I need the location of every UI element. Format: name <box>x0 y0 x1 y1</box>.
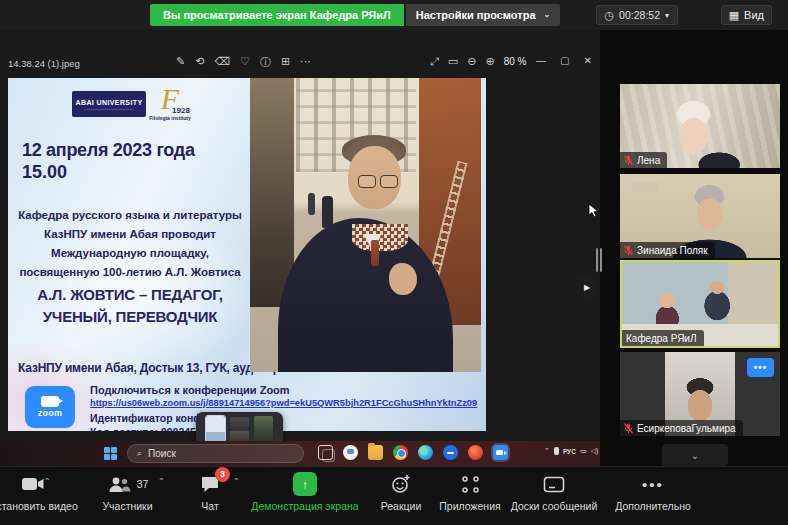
task-view-icon[interactable] <box>318 445 333 460</box>
event-date: 12 апреля 2023 года <box>22 140 195 161</box>
speaker-icon: ◁) <box>591 447 599 455</box>
file-explorer-icon[interactable] <box>368 445 383 460</box>
participant-tile-active-speaker[interactable]: Кафедра РЯиЛ <box>620 260 780 348</box>
fit-to-window-icon[interactable]: ▭ <box>448 55 458 68</box>
participant-name-label: Кафедра РЯиЛ <box>622 330 704 346</box>
zoom-in-icon[interactable]: ⊕ <box>485 55 494 68</box>
event-description: Кафедра русского языка и литературы КазН… <box>8 206 252 282</box>
participants-sidebar: Лена Зинаида Поляк Кафедра РЯиЛ ••• Есир… <box>600 30 788 466</box>
participant-name-label: ЕсиркеповаГульмира <box>620 420 743 436</box>
participant-tile[interactable]: Зинаида Поляк <box>620 174 780 258</box>
event-poster-image: ABAI UNIVERSITY ______________________ F… <box>8 78 486 431</box>
apps-icon <box>461 475 480 494</box>
search-icon: ⌕ <box>137 448 142 459</box>
chat-button[interactable]: 3 Чат <box>180 473 240 512</box>
sidebar-resize-handle[interactable] <box>596 248 603 272</box>
mic-muted-icon <box>624 155 633 166</box>
orange-app-icon[interactable] <box>468 445 483 460</box>
share-screen-button[interactable]: ↑ Демонстрация экрана <box>240 473 370 512</box>
event-title: А.Л. ЖОВТИС – ПЕДАГОГ, УЧЕНЫЙ, ПЕРЕВОДЧИ… <box>8 284 252 328</box>
zoom-logo: zoom <box>25 386 75 428</box>
tray-mic-icon <box>554 447 559 455</box>
more-icon[interactable]: ⋯ <box>300 55 311 70</box>
video-options-chevron[interactable]: ⌃ <box>44 477 51 486</box>
filmstrip-thumbnail-selected[interactable] <box>206 416 225 442</box>
search-placeholder: Поиск <box>148 448 176 459</box>
viewing-screen-banner: Вы просматриваете экран Кафедра РЯиЛ <box>150 4 404 26</box>
scroll-participants-button[interactable]: ⌄ <box>662 444 728 466</box>
video-camera-icon <box>21 476 45 492</box>
close-icon[interactable]: ✕ <box>583 55 591 66</box>
camera-icon <box>41 396 59 407</box>
abai-university-logo: ABAI UNIVERSITY ______________________ <box>72 91 146 117</box>
start-button[interactable] <box>104 447 117 460</box>
participant-tile[interactable]: ••• ЕсиркеповаГульмира <box>620 352 780 436</box>
edit-icon[interactable]: ✎ <box>176 55 185 70</box>
chrome-icon[interactable] <box>393 445 408 460</box>
edge-icon[interactable] <box>418 445 433 460</box>
display-icon: ▭ <box>580 447 587 455</box>
mouse-cursor <box>588 203 599 218</box>
zoom-out-icon[interactable]: ⊖ <box>467 55 476 68</box>
favorite-icon[interactable]: ♡ <box>240 55 250 70</box>
zoom-meeting-link[interactable]: https://us06web.zoom.us/j/88914714956?pw… <box>90 398 477 408</box>
zoom-join-text: Подключиться к конференции Zoom <box>90 384 290 396</box>
windows-taskbar: ⌕ Поиск ⌃ РУС ▭ ◁) 15:04 <box>0 441 600 466</box>
photos-app-toolbar: 14.38.24 (1).jpeg ✎ ⟲ ⌫ ♡ ⓘ ⊞ ⋯ ⤢ ▭ ⊖ ⊕ … <box>0 52 600 78</box>
info-icon[interactable]: ⓘ <box>260 55 271 70</box>
portrait-photo <box>250 78 481 372</box>
zoom-app-icon[interactable] <box>493 445 508 460</box>
chat-app-icon[interactable] <box>343 445 358 460</box>
delete-icon[interactable]: ⌫ <box>214 55 230 70</box>
meeting-top-bar: Вы просматриваете экран Кафедра РЯиЛ Нас… <box>0 0 788 30</box>
view-grid-icon: ▦ <box>729 9 739 22</box>
share-screen-icon: ↑ <box>293 472 317 496</box>
participants-options-chevron[interactable]: ⌃ <box>158 477 165 486</box>
tray-chevron-icon[interactable]: ⌃ <box>544 447 550 455</box>
view-settings-button[interactable]: Настройки просмотра ⌄ <box>406 4 561 26</box>
whiteboard-icon <box>543 476 565 493</box>
filmstrip-thumbnail[interactable] <box>254 416 273 442</box>
participant-name-label: Зинаида Поляк <box>620 242 715 258</box>
reactions-button[interactable]: Реакции <box>370 473 432 512</box>
filmstrip-thumbnail[interactable] <box>230 417 249 441</box>
tile-more-options-button[interactable]: ••• <box>747 358 774 377</box>
clock-icon: ◷ <box>605 9 615 22</box>
chevron-down-icon: ▾ <box>665 11 669 20</box>
chat-options-chevron[interactable]: ⌃ <box>233 477 240 486</box>
participants-count: 37 <box>137 478 149 490</box>
mic-muted-icon <box>624 423 633 434</box>
mic-muted-icon <box>624 245 633 256</box>
chevron-down-icon: ⌄ <box>544 4 551 26</box>
participant-name-label: Лена <box>620 152 667 168</box>
more-button[interactable]: ••• Дополнительно <box>613 473 693 512</box>
apps-button[interactable]: Приложения <box>437 473 503 512</box>
zoom-level: 80 % <box>504 56 527 67</box>
rotate-icon[interactable]: ⟲ <box>195 55 204 70</box>
more-dots-icon: ••• <box>642 476 664 493</box>
meeting-toolbar: Остановить видео ⌃ 37 Участники ⌃ 3 Чат … <box>0 466 788 525</box>
timer-value: 00:28:52 <box>619 9 660 21</box>
minimize-icon[interactable]: — <box>536 55 546 66</box>
language-indicator[interactable]: РУС <box>563 448 576 455</box>
photo-filename: 14.38.24 (1).jpeg <box>8 58 80 69</box>
zoom-access-code: Код доступа: 990245 <box>90 426 196 431</box>
participant-tile[interactable]: Лена <box>620 84 780 168</box>
view-settings-label: Настройки просмотра <box>416 4 536 26</box>
view-button[interactable]: ▦ Вид <box>721 5 772 25</box>
chat-badge: 3 <box>215 467 230 482</box>
chevron-down-icon: ⌄ <box>691 450 699 461</box>
maximize-icon[interactable]: ▢ <box>560 55 569 66</box>
taskbar-search[interactable]: ⌕ Поиск <box>127 444 304 463</box>
shared-screen: 14.38.24 (1).jpeg ✎ ⟲ ⌫ ♡ ⓘ ⊞ ⋯ ⤢ ▭ ⊖ ⊕ … <box>0 30 600 466</box>
whiteboards-button[interactable]: Доски сообщений <box>508 473 600 512</box>
next-image-button[interactable]: ▶ <box>577 276 597 298</box>
slideshow-icon[interactable]: ⊞ <box>281 55 290 70</box>
reactions-icon <box>391 474 411 494</box>
blue-app-icon[interactable] <box>443 445 458 460</box>
event-time: 15.00 <box>22 162 67 183</box>
zoom-meeting-window: Вы просматриваете экран Кафедра РЯиЛ Нас… <box>0 0 788 525</box>
meeting-timer[interactable]: ◷ 00:28:52 ▾ <box>596 5 679 25</box>
participants-icon <box>107 476 131 493</box>
fullscreen-icon[interactable]: ⤢ <box>430 55 439 68</box>
